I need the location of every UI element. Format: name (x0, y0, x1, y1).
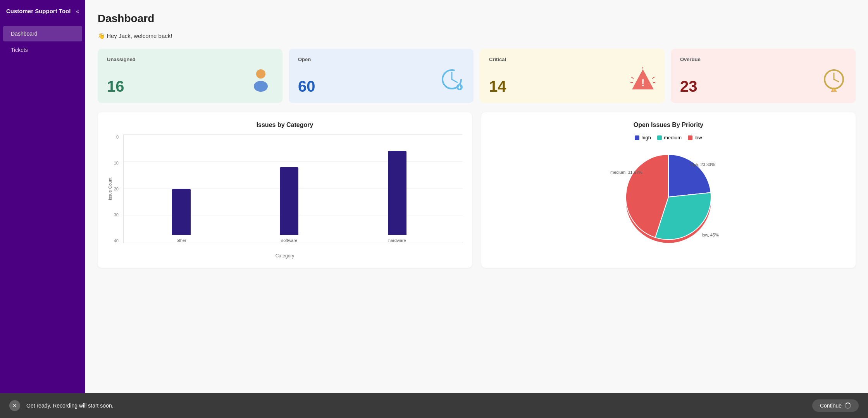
bar-other: other (172, 189, 191, 243)
x-axis-title: Category (107, 253, 463, 259)
legend-medium: medium (657, 135, 682, 140)
stat-card-critical: Critical 14 ! (480, 49, 665, 103)
toast-continue-button[interactable]: Continue (812, 399, 859, 412)
stat-card-open: Open 60 (289, 49, 474, 103)
svg-line-4 (452, 79, 457, 82)
sidebar-item-dashboard[interactable]: Dashboard (3, 26, 82, 41)
bar-chart-card: Issues by Category 40 30 20 10 0 Issue C… (98, 112, 472, 268)
stat-label-unassigned: Unassigned (107, 57, 273, 62)
legend-dot-medium (657, 135, 662, 140)
sidebar-item-tickets[interactable]: Tickets (3, 42, 82, 58)
sidebar-nav: Dashboard Tickets (0, 22, 85, 400)
legend-label-low: low (694, 135, 702, 140)
pie-label-low: low, 45% (702, 233, 719, 237)
stats-cards-row: Unassigned 16 Open 60 (98, 49, 856, 103)
svg-text:!: ! (641, 77, 645, 89)
svg-line-17 (834, 79, 839, 82)
legend-dot-low (688, 135, 692, 140)
legend-dot-high (635, 135, 639, 140)
main-content: Dashboard 👋 Hey Jack, welcome back! Unas… (85, 0, 868, 418)
svg-line-12 (652, 77, 654, 79)
bar-chart-area: other software hardware (123, 135, 463, 243)
pie-chart-title: Open Issues By Priority (491, 122, 846, 128)
welcome-message: 👋 Hey Jack, welcome back! (98, 33, 856, 39)
legend-low: low (688, 135, 702, 140)
sidebar-collapse-icon[interactable]: « (76, 8, 79, 14)
pie-legend: high medium low (635, 135, 702, 140)
critical-icon: ! (630, 67, 655, 97)
y-axis-title: Issue Count (108, 178, 112, 200)
svg-point-1 (254, 81, 268, 92)
svg-text:!: ! (834, 88, 835, 92)
bar-other-rect (172, 189, 191, 235)
pie-svg-wrapper: high, 23.33% medium, 31.67% low, 45% (614, 147, 723, 249)
toast-close-button[interactable]: ✕ (9, 400, 20, 411)
pie-label-medium: medium, 31.67% (610, 170, 642, 175)
toast-bar: ✕ Get ready. Recording will start soon. … (0, 393, 868, 418)
stat-card-unassigned: Unassigned 16 (98, 49, 282, 103)
pie-chart-container: high medium low (491, 135, 846, 249)
open-icon (439, 67, 464, 97)
stat-label-critical: Critical (489, 57, 655, 62)
svg-point-0 (256, 69, 265, 79)
charts-row: Issues by Category 40 30 20 10 0 Issue C… (98, 112, 856, 268)
bar-chart-container: 40 30 20 10 0 Issue Count (107, 135, 463, 259)
svg-line-10 (631, 77, 634, 79)
stat-label-open: Open (298, 57, 464, 62)
legend-label-high: high (641, 135, 651, 140)
toast-message: Get ready. Recording will start soon. (26, 403, 806, 409)
stat-label-overdue: Overdue (680, 57, 846, 62)
bar-other-label: other (177, 238, 186, 243)
pie-label-high: high, 23.33% (690, 162, 715, 167)
sidebar-header: Customer Support Tool « (0, 0, 85, 22)
unassigned-icon (248, 67, 273, 97)
sidebar: Customer Support Tool « Dashboard Ticket… (0, 0, 85, 418)
bar-software-rect (280, 167, 298, 235)
stat-card-overdue: Overdue 23 ! (671, 49, 856, 103)
bar-hardware-label: hardware (388, 238, 406, 243)
bar-software: software (280, 167, 298, 243)
bar-hardware: hardware (388, 151, 406, 243)
pie-chart-card: Open Issues By Priority high medium low (481, 112, 856, 268)
continue-spinner (845, 403, 851, 409)
bar-software-label: software (281, 238, 298, 243)
bar-chart-title: Issues by Category (107, 122, 463, 128)
page-title: Dashboard (98, 12, 856, 25)
overdue-icon: ! (822, 67, 846, 97)
legend-label-medium: medium (664, 135, 682, 140)
legend-high: high (635, 135, 651, 140)
bar-hardware-rect (388, 151, 406, 235)
app-name: Customer Support Tool (6, 8, 71, 14)
